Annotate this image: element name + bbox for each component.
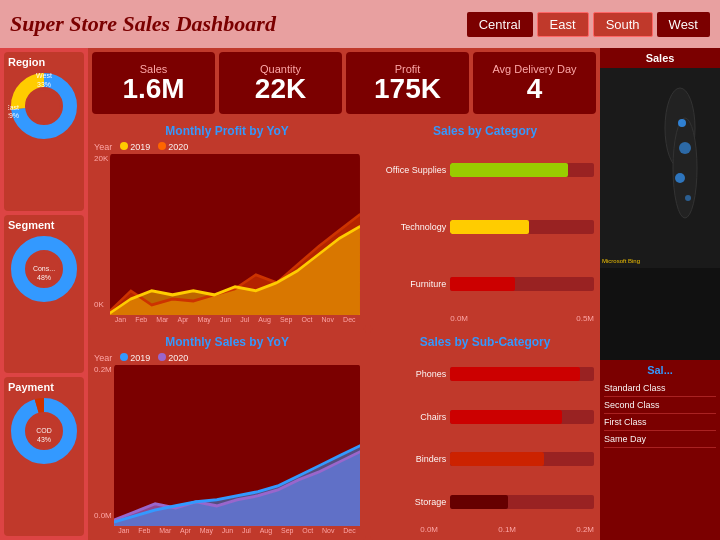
filter-west[interactable]: West [657, 12, 710, 37]
subcategory-label-1: Phones [376, 369, 446, 379]
svg-point-28 [678, 119, 686, 127]
kpi-quantity-value: 22K [255, 75, 306, 103]
svg-text:48%: 48% [37, 274, 51, 281]
subcategory-track-2 [450, 410, 594, 424]
subcategory-title: Sales by Sub-Category [376, 335, 594, 349]
legend-2019: 2019 [120, 142, 150, 152]
sales-right-item-1: Standard Class [604, 380, 716, 397]
monthly-sales-chart: Monthly Sales by YoY Year 2019 2020 0.2M… [88, 329, 366, 540]
sales-line-svg [114, 365, 360, 526]
svg-text:29%: 29% [8, 112, 19, 119]
kpi-profit-value: 175K [374, 75, 441, 103]
kpi-row: Sales 1.6M Quantity 22K Profit 175K Avg … [88, 48, 600, 118]
sales-subcategory-chart: Sales by Sub-Category Phones Chairs [370, 329, 600, 540]
sidebar-region: Region West 33% East 29% [4, 52, 84, 211]
header: Super Store Sales Dashboard Central East… [0, 0, 720, 48]
monthly-profit-legend: Year 2019 2020 [94, 142, 360, 152]
sales-right-item-3: First Class [604, 414, 716, 431]
subcategory-label-4: Storage [376, 497, 446, 507]
monthly-profit-title: Monthly Profit by YoY [94, 124, 360, 138]
legend-year: Year [94, 142, 112, 152]
sales-legend-2019: 2019 [120, 353, 150, 363]
kpi-quantity: Quantity 22K [219, 52, 342, 114]
svg-text:Microsoft Bing: Microsoft Bing [602, 258, 640, 264]
subcategory-bar-chart: Phones Chairs Binders [376, 353, 594, 523]
center-content: Sales 1.6M Quantity 22K Profit 175K Avg … [88, 48, 600, 540]
subcategory-fill-1 [450, 367, 579, 381]
category-label-1: Office Supplies [376, 165, 446, 175]
monthly-profit-chart: Monthly Profit by YoY Year 2019 2020 20K… [88, 118, 366, 329]
kpi-delivery-value: 4 [527, 75, 543, 103]
kpi-profit: Profit 175K [346, 52, 469, 114]
sales-legend-year: Year [94, 353, 112, 363]
bar-storage: Storage [376, 495, 594, 509]
sales-y-min: 0.0M [94, 511, 112, 520]
sales-category-chart: Sales by Category Office Supplies Techno… [370, 118, 600, 329]
monthly-sales-title: Monthly Sales by YoY [94, 335, 360, 349]
svg-text:COD: COD [36, 427, 52, 434]
map-area: Microsoft Bing [600, 68, 720, 360]
category-track-1 [450, 163, 594, 177]
sales-y-max: 0.2M [94, 365, 112, 374]
sales-right-item-4: Same Day [604, 431, 716, 448]
sales-right-title: Sal... [604, 364, 716, 376]
monthly-sales-legend: Year 2019 2020 [94, 353, 360, 363]
map-svg: Microsoft Bing [600, 68, 720, 268]
bar-phones: Phones [376, 367, 594, 381]
profit-y-min: 0K [94, 300, 108, 309]
kpi-delivery: Avg Delivery Day 4 [473, 52, 596, 114]
main-content: Region West 33% East 29% Segment [0, 48, 720, 540]
sales-x-axis: JanFebMarAprMayJun JulAugSepOctNovDec [114, 527, 360, 534]
category-label-2: Technology [376, 222, 446, 232]
profit-line-svg [110, 154, 360, 315]
filter-buttons: Central East South West [467, 12, 710, 37]
subcategory-track-3 [450, 452, 594, 466]
profit-x-axis: JanFebMarAprMayJun JulAugSepOctNovDec [110, 316, 360, 323]
category-fill-2 [450, 220, 529, 234]
kpi-sales: Sales 1.6M [92, 52, 215, 114]
svg-text:East: East [8, 104, 19, 111]
category-track-3 [450, 277, 594, 291]
category-bar-chart: Office Supplies Technology Furniture [376, 142, 594, 312]
sales-category-title: Sales by Category [376, 124, 594, 138]
svg-text:43%: 43% [37, 436, 51, 443]
subcategory-fill-3 [450, 452, 543, 466]
subcategory-x-axis: 0.0M0.1M0.2M [376, 525, 594, 534]
profit-y-max: 20K [94, 154, 108, 163]
category-label-3: Furniture [376, 279, 446, 289]
sales-right-section: Sal... Standard Class Second Class First… [600, 360, 720, 540]
category-track-2 [450, 220, 594, 234]
subcategory-fill-2 [450, 410, 562, 424]
charts-bottom-row: Monthly Sales by YoY Year 2019 2020 0.2M… [88, 329, 600, 540]
filter-east[interactable]: East [537, 12, 589, 37]
charts-top-row: Monthly Profit by YoY Year 2019 2020 20K… [88, 118, 600, 329]
region-donut-chart: West 33% East 29% [8, 70, 80, 142]
filter-central[interactable]: Central [467, 12, 533, 37]
subcategory-label-2: Chairs [376, 412, 446, 422]
svg-point-29 [679, 142, 691, 154]
bar-office-supplies: Office Supplies [376, 163, 594, 177]
kpi-sales-value: 1.6M [122, 75, 184, 103]
subcategory-track-1 [450, 367, 594, 381]
legend-2020: 2020 [158, 142, 188, 152]
bar-binders: Binders [376, 452, 594, 466]
filter-south[interactable]: South [593, 12, 653, 37]
subcategory-track-4 [450, 495, 594, 509]
svg-point-30 [675, 173, 685, 183]
bar-furniture: Furniture [376, 277, 594, 291]
svg-point-27 [673, 118, 697, 218]
sidebar: Region West 33% East 29% Segment [0, 48, 88, 540]
right-panel: Sales Microsoft Bing Sal... Standard Cla… [600, 48, 720, 540]
svg-point-31 [685, 195, 691, 201]
map-header: Sales [600, 48, 720, 68]
sidebar-segment: Segment Cons... 48% [4, 215, 84, 374]
svg-point-4 [28, 90, 60, 122]
category-x-axis: 0.0M0.5M [376, 314, 594, 323]
segment-donut-chart: Cons... 48% [8, 233, 80, 305]
bar-chairs: Chairs [376, 410, 594, 424]
svg-text:Cons...: Cons... [33, 265, 55, 272]
category-fill-3 [450, 277, 515, 291]
sales-right-item-2: Second Class [604, 397, 716, 414]
sidebar-region-title: Region [8, 56, 80, 68]
category-fill-1 [450, 163, 568, 177]
